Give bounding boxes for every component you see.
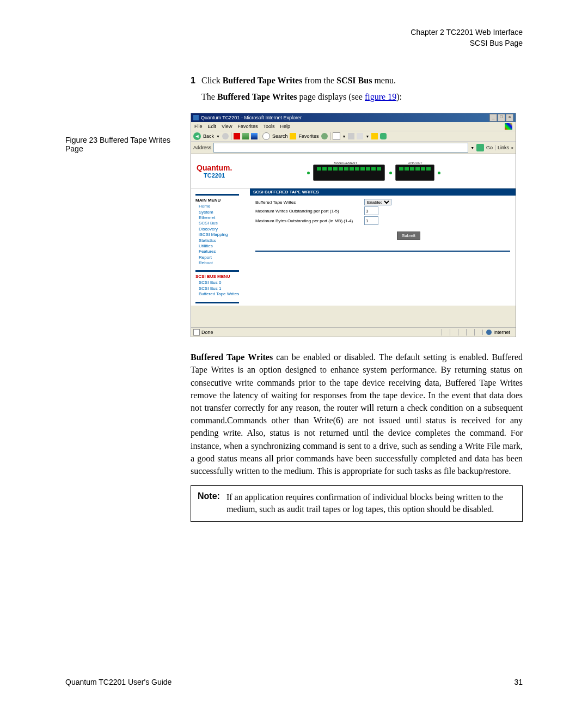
product-banner: Quantum. TC2201 MANAGEMENT bbox=[191, 154, 516, 188]
search-label[interactable]: Search bbox=[272, 133, 288, 139]
menu-view[interactable]: View bbox=[222, 124, 232, 129]
step-text: Click Buffered Tape Writes from the SCSI… bbox=[201, 76, 523, 86]
window-titlebar: Quantum TC2201 - Microsoft Internet Expl… bbox=[191, 113, 516, 122]
forward-button[interactable] bbox=[222, 133, 229, 139]
step-description: The Buffered Tape Writes page displays (… bbox=[201, 92, 523, 102]
status-led-icon bbox=[438, 172, 440, 174]
sidebar-item-discovery[interactable]: Discovery bbox=[195, 227, 250, 232]
field-label-max-writes: Maximum Writes Outstanding per port (1-5… bbox=[255, 209, 364, 214]
messenger-icon[interactable] bbox=[380, 133, 387, 139]
max-bytes-input[interactable] bbox=[364, 216, 378, 225]
sidebar-item-reboot[interactable]: Reboot bbox=[195, 260, 250, 266]
status-led-icon bbox=[307, 172, 310, 174]
history-icon[interactable] bbox=[321, 133, 328, 139]
windows-flag-icon bbox=[505, 123, 512, 130]
maximize-button[interactable]: □ bbox=[498, 114, 505, 121]
favorites-icon[interactable] bbox=[290, 133, 296, 139]
sidebar-item-utilities[interactable]: Utilities bbox=[195, 244, 250, 249]
body-paragraph: Buffered Tape Writes can be enabled or d… bbox=[191, 351, 523, 477]
ie-icon bbox=[193, 115, 199, 120]
note-label: Note: bbox=[198, 491, 220, 516]
sidebar-item-iscsi-mapping[interactable]: iSCSI Mapping bbox=[195, 232, 250, 238]
sidebar-item-buffered-tape-writes[interactable]: Buffered Tape Writes bbox=[195, 291, 250, 297]
sidebar-scsi-head: SCSI BUS MENU bbox=[195, 274, 250, 279]
menu-help[interactable]: Help bbox=[280, 124, 290, 129]
sidebar-item-ethernet[interactable]: Ethernet bbox=[195, 215, 250, 221]
discuss-icon[interactable] bbox=[371, 133, 378, 139]
step-1: 1 Click Buffered Tape Writes from the SC… bbox=[191, 76, 523, 86]
max-writes-input[interactable] bbox=[364, 206, 378, 215]
favorites-label[interactable]: Favorites bbox=[298, 133, 318, 139]
address-label: Address bbox=[193, 145, 211, 150]
go-label[interactable]: Go bbox=[486, 145, 493, 150]
sidebar-item-scsi-bus-1[interactable]: SCSI Bus 1 bbox=[195, 286, 250, 291]
stop-icon[interactable] bbox=[234, 133, 240, 139]
refresh-icon[interactable] bbox=[242, 133, 249, 139]
header-line2: SCSI Bus Page bbox=[65, 38, 523, 49]
main-panel: SCSI BUFFERED TAPE WRITES Buffered Tape … bbox=[250, 188, 516, 305]
internet-zone-icon bbox=[486, 330, 492, 335]
go-button[interactable] bbox=[476, 144, 484, 151]
back-label[interactable]: Back bbox=[203, 133, 214, 139]
figure-link[interactable]: figure 19 bbox=[365, 92, 396, 101]
minimize-button[interactable]: _ bbox=[489, 114, 497, 121]
note-box: Note: If an application requires confirm… bbox=[191, 485, 523, 522]
print-icon[interactable] bbox=[348, 133, 354, 139]
home-icon[interactable] bbox=[251, 133, 258, 139]
page-footer: Quantum TC2201 User's Guide 31 bbox=[65, 678, 523, 686]
window-title: Quantum TC2201 - Microsoft Internet Expl… bbox=[201, 115, 302, 120]
address-bar: Address ▼ Go Links » bbox=[191, 142, 516, 154]
page-icon bbox=[193, 329, 200, 336]
edit-icon[interactable] bbox=[357, 133, 363, 139]
sidebar-main-head: MAIN MENU bbox=[195, 198, 250, 203]
sidebar-item-system[interactable]: System bbox=[195, 210, 250, 215]
search-icon[interactable] bbox=[262, 132, 270, 140]
sidebar-item-statistics[interactable]: Statistics bbox=[195, 238, 250, 244]
header-line1: Chapter 2 TC2201 Web Interface bbox=[65, 27, 523, 38]
footer-page-number: 31 bbox=[514, 678, 523, 686]
address-input[interactable] bbox=[213, 143, 468, 153]
figure-caption: Figure 23 Buffered Tape Writes Page bbox=[65, 136, 174, 153]
links-label[interactable]: Links bbox=[495, 145, 509, 150]
sidebar-item-scsi-bus[interactable]: SCSI Bus bbox=[195, 221, 250, 226]
panel-title: SCSI BUFFERED TAPE WRITES bbox=[250, 188, 516, 196]
submit-button[interactable]: Submit bbox=[397, 232, 420, 240]
field-label-max-bytes: Maximum Bytes Outstanding per port (in M… bbox=[255, 218, 364, 223]
browser-toolbar: ◄ Back ▼ Search Favorites ▼ bbox=[191, 131, 516, 142]
sidebar-item-features[interactable]: Features bbox=[195, 249, 250, 254]
menu-file[interactable]: File bbox=[194, 124, 203, 129]
btw-select[interactable]: Enabled bbox=[364, 199, 391, 205]
screenshot-browser-window: Quantum TC2201 - Microsoft Internet Expl… bbox=[191, 113, 516, 337]
note-text: If an application requires confirmation … bbox=[226, 491, 516, 516]
status-led-icon bbox=[389, 172, 392, 174]
page-header: Chapter 2 TC2201 Web Interface SCSI Bus … bbox=[65, 27, 523, 48]
quantum-logo: Quantum. TC2201 bbox=[197, 163, 232, 179]
sidebar-item-report[interactable]: Report bbox=[195, 255, 250, 260]
status-bar: Done Internet bbox=[191, 327, 516, 337]
mail-icon[interactable] bbox=[333, 132, 340, 140]
close-button[interactable]: × bbox=[506, 114, 513, 121]
menu-favorites[interactable]: Favorites bbox=[237, 124, 258, 129]
status-zone: Internet bbox=[493, 330, 510, 335]
back-button[interactable]: ◄ bbox=[193, 132, 201, 140]
status-done: Done bbox=[201, 330, 213, 335]
sidebar-item-scsi-bus-0[interactable]: SCSI Bus 0 bbox=[195, 280, 250, 285]
footer-left: Quantum TC2201 User's Guide bbox=[65, 678, 171, 686]
menu-edit[interactable]: Edit bbox=[208, 124, 217, 129]
menu-tools[interactable]: Tools bbox=[263, 124, 274, 129]
device-front-image bbox=[313, 165, 385, 181]
device-rear-image bbox=[395, 165, 434, 181]
step-number: 1 bbox=[191, 76, 201, 86]
menu-bar: File Edit View Favorites Tools Help bbox=[191, 122, 516, 131]
sidebar-item-home[interactable]: Home bbox=[195, 204, 250, 209]
sidebar: MAIN MENU Home System Ethernet SCSI Bus … bbox=[191, 188, 250, 305]
field-label-btw: Buffered Tape Writes bbox=[255, 200, 364, 205]
